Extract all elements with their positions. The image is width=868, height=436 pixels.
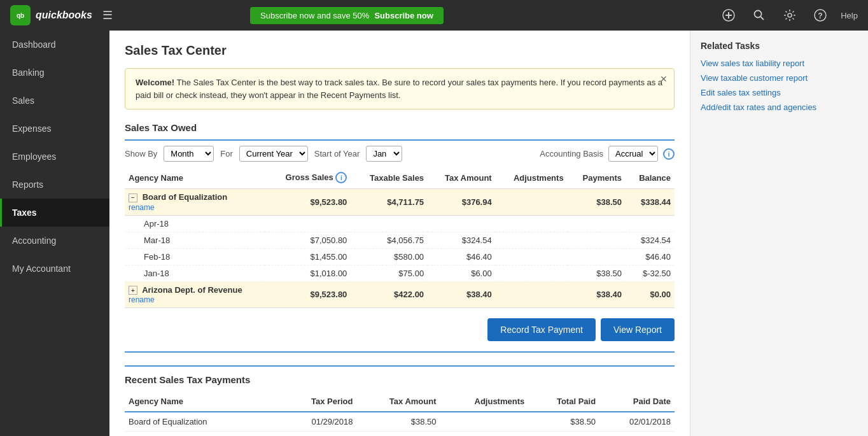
sidebar-item-accounting[interactable]: Accounting — [0, 227, 109, 255]
quickbooks-logo-icon: qb — [10, 5, 31, 25]
az-tax-amount: $38.40 — [428, 281, 496, 308]
sub-taxable-feb18: $580.00 — [351, 248, 428, 265]
sidebar-item-banking[interactable]: Banking — [0, 59, 109, 87]
related-task-link-1[interactable]: View taxable customer report — [701, 73, 858, 83]
svg-line-6 — [761, 17, 764, 20]
accounting-basis-label: Accounting Basis — [540, 149, 603, 158]
rename-board-of-equalization-link[interactable]: rename — [129, 203, 155, 212]
sub-taxable-jan18: $75.00 — [351, 265, 428, 281]
agency-name-text: Board of Equalization — [143, 192, 228, 202]
payment-period-arizona: 01/29/2018 — [281, 432, 357, 437]
sidebar-item-taxes[interactable]: Taxes — [0, 199, 109, 227]
boe-balance: $338.44 — [626, 189, 675, 216]
sub-adj-mar18 — [496, 232, 568, 248]
boe-payments: $38.50 — [568, 189, 626, 216]
col-header-paid-date: Paid Date — [599, 391, 675, 412]
accrual-select[interactable]: Accrual Cash — [608, 146, 658, 162]
col-header-agency-name: Agency Name — [125, 391, 281, 412]
sub-gross-apr18 — [265, 215, 351, 232]
top-navigation: qb quickbooks ☰ Subscribe now and save 5… — [0, 0, 868, 31]
payment-paid-date-boe: 02/01/2018 — [599, 412, 675, 432]
sub-gross-feb18: $1,455.00 — [265, 248, 351, 265]
payment-adjustments-boe — [440, 412, 529, 432]
related-task-link-2[interactable]: Edit sales tax settings — [701, 88, 858, 97]
svg-point-7 — [788, 13, 792, 17]
payment-agency-arizona: Arizona Dept. of Revenue — [125, 432, 281, 437]
help-label: Help — [841, 11, 858, 20]
agency-row-arizona-dept: + Arizona Dept. of Revenue rename $9,523… — [125, 281, 675, 308]
filter-row: Show By Month Quarter Year For Current Y… — [125, 139, 675, 167]
sub-taxable-mar18: $4,056.75 — [351, 232, 428, 248]
show-by-label: Show By — [125, 149, 157, 158]
col-header-taxable-sales: Taxable Sales — [351, 167, 428, 189]
arizona-agency-name-text: Arizona Dept. of Revenue — [142, 285, 242, 295]
az-gross-sales: $9,523.80 — [265, 281, 351, 308]
related-task-link-0[interactable]: View sales tax liability report — [701, 59, 858, 68]
sub-adj-jan18 — [496, 265, 568, 281]
az-taxable-sales: $422.00 — [351, 281, 428, 308]
sidebar: Dashboard Banking Sales Expenses Employe… — [0, 31, 109, 436]
subscribe-button-text[interactable]: Subscribe now — [374, 11, 433, 20]
sidebar-item-expenses[interactable]: Expenses — [0, 115, 109, 143]
hamburger-button[interactable]: ☰ — [102, 8, 113, 22]
page-title: Sales Tax Center — [125, 43, 675, 58]
payment-tax-amount-arizona: $38.40 — [357, 432, 440, 437]
sub-tax-apr18 — [428, 215, 496, 232]
sub-period-apr18: Apr-18 — [125, 215, 265, 232]
sub-balance-mar18: $324.54 — [626, 232, 675, 248]
help-text-button[interactable]: Help — [841, 11, 858, 20]
agency-row-board-of-equalization: − Board of Equalization rename $9,523.80… — [125, 189, 675, 216]
sub-period-feb18: Feb-18 — [125, 248, 265, 265]
boe-adjustments — [496, 189, 568, 216]
view-report-button[interactable]: View Report — [601, 318, 675, 341]
rename-arizona-dept-link[interactable]: rename — [129, 295, 155, 304]
settings-icon-button[interactable] — [780, 5, 800, 25]
expand-arizona-dept-button[interactable]: + — [129, 286, 137, 295]
help-icon-button[interactable]: ? — [810, 5, 830, 25]
sub-tax-mar18: $324.54 — [428, 232, 496, 248]
sub-row-apr-18: Apr-18 — [125, 215, 675, 232]
collapse-board-of-equalization-button[interactable]: − — [129, 193, 137, 202]
logo-area: qb quickbooks — [10, 5, 92, 25]
recent-payments-title: Recent Sales Tax Payments — [125, 365, 675, 385]
banner-close-button[interactable]: ✕ — [660, 74, 668, 84]
payment-row-arizona: Arizona Dept. of Revenue 01/29/2018 $38.… — [125, 432, 675, 437]
start-month-select[interactable]: Jan Feb Mar — [366, 146, 402, 162]
sidebar-item-sales[interactable]: Sales — [0, 87, 109, 115]
sidebar-item-my-accountant[interactable]: My Accountant — [0, 255, 109, 283]
sub-period-jan18: Jan-18 — [125, 265, 265, 281]
az-adjustments — [496, 281, 568, 308]
payment-adjustments-arizona — [440, 432, 529, 437]
sidebar-item-reports[interactable]: Reports — [0, 171, 109, 199]
payment-total-paid-boe: $38.50 — [528, 412, 599, 432]
related-tasks-title: Related Tasks — [701, 41, 858, 51]
payment-total-paid-arizona: $38.40 — [528, 432, 599, 437]
recent-payments-table: Agency Name Tax Period Tax Amount Adjust… — [125, 391, 675, 436]
sub-row-feb-18: Feb-18 $1,455.00 $580.00 $46.40 $46.40 — [125, 248, 675, 265]
sub-row-mar-18: Mar-18 $7,050.80 $4,056.75 $324.54 $324.… — [125, 232, 675, 248]
current-year-select[interactable]: Current Year Last Year — [239, 146, 308, 162]
record-tax-payment-button[interactable]: Record Tax Payment — [487, 318, 596, 341]
payment-tax-amount-boe: $38.50 — [357, 412, 440, 432]
sub-adj-apr18 — [496, 215, 568, 232]
sub-payments-jan18: $38.50 — [568, 265, 626, 281]
col-header-tax-period: Tax Period — [281, 391, 357, 412]
col-header-agency: Agency Name — [125, 167, 265, 189]
add-icon-button[interactable] — [718, 5, 739, 25]
sub-adj-feb18 — [496, 248, 568, 265]
boe-gross-sales: $9,523.80 — [265, 189, 351, 216]
tax-table-header-row: Agency Name Gross Sales i Taxable Sales … — [125, 167, 675, 189]
sidebar-item-dashboard[interactable]: Dashboard — [0, 31, 109, 59]
related-task-link-3[interactable]: Add/edit tax rates and agencies — [701, 102, 858, 112]
search-icon-button[interactable] — [749, 5, 769, 25]
gross-sales-info-icon[interactable]: i — [335, 172, 347, 183]
col-header-total-paid: Total Paid — [528, 391, 599, 412]
sidebar-item-employees[interactable]: Employees — [0, 143, 109, 171]
accounting-basis-info-icon[interactable]: i — [663, 148, 675, 160]
svg-text:?: ? — [818, 11, 823, 20]
subscribe-text: Subscribe now and save 50% — [260, 11, 369, 20]
welcome-bold-text: Welcome! — [136, 78, 174, 87]
main-layout: Dashboard Banking Sales Expenses Employe… — [0, 31, 868, 436]
svg-text:qb: qb — [17, 12, 24, 19]
month-select[interactable]: Month Quarter Year — [164, 146, 214, 162]
